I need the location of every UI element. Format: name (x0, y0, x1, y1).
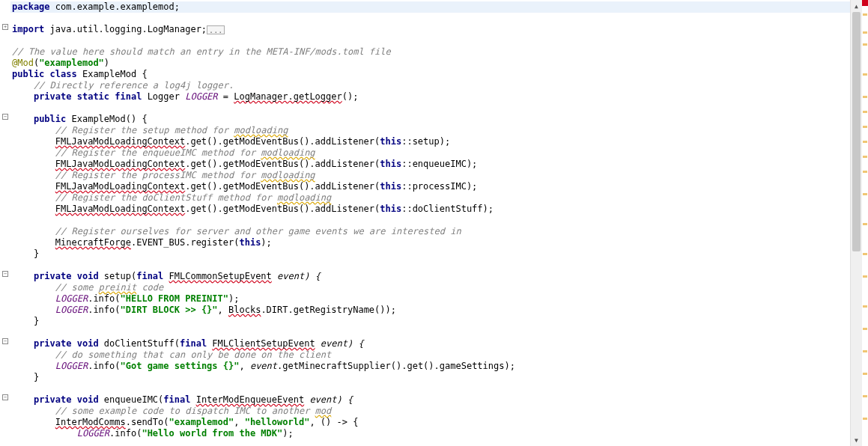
warning-marker[interactable] (863, 328, 867, 330)
code-line: FMLJavaModLoadingContext.get().getModEve… (10, 181, 850, 192)
code-line: FMLJavaModLoadingContext.get().getModEve… (10, 159, 850, 170)
fold-collapse-icon[interactable]: − (2, 271, 8, 277)
warning-marker[interactable] (863, 156, 867, 158)
warning-marker[interactable] (863, 253, 867, 255)
code-line: LOGGER.info("Got game settings {}", even… (10, 361, 850, 372)
error-summary-icon[interactable] (862, 0, 868, 6)
code-line: // Register the doClientStuff method for… (10, 192, 850, 204)
scroll-up-icon[interactable]: ▲ (851, 0, 862, 12)
gutter: + − − − − (0, 0, 10, 446)
code-line: private static final Logger LOGGER = Log… (10, 91, 850, 103)
vertical-scrollbar[interactable]: ▲ ▼ (850, 0, 862, 446)
code-line (10, 215, 850, 226)
code-line: private void doClientStuff(final FMLClie… (10, 338, 850, 349)
code-line: // Register ourselves for server and oth… (10, 226, 850, 237)
scrollbar-thumb[interactable] (852, 12, 861, 251)
code-line: package com.example.examplemod; (10, 1, 850, 13)
warning-marker[interactable] (863, 111, 867, 113)
code-line: MinecraftForge.EVENT_BUS.register(this); (10, 237, 850, 248)
warning-marker[interactable] (863, 418, 867, 420)
code-line: LOGGER.info("Hello world from the MDK"); (10, 428, 850, 439)
warning-marker[interactable] (863, 373, 867, 375)
code-line: // some preinit code (10, 282, 850, 293)
warning-marker[interactable] (863, 350, 867, 352)
fold-collapse-icon[interactable]: − (2, 338, 8, 344)
code-line (10, 13, 850, 24)
code-line: public ExampleMod() { (10, 114, 850, 125)
code-editor: + − − − − package com.example.examplemod… (0, 0, 868, 446)
code-line: FMLJavaModLoadingContext.get().getModEve… (10, 136, 850, 147)
fold-ellipsis-icon[interactable]: ... (207, 25, 225, 34)
code-line (10, 327, 850, 338)
error-stripe[interactable] (862, 0, 868, 446)
warning-marker[interactable] (863, 141, 867, 143)
code-line: LOGGER.info("DIRT BLOCK >> {}", Blocks.D… (10, 305, 850, 316)
code-line: } (10, 248, 850, 260)
code-content[interactable]: package com.example.examplemod; import j… (10, 0, 850, 446)
warning-marker[interactable] (863, 395, 867, 397)
fold-collapse-icon[interactable]: − (2, 114, 8, 120)
code-line: @Mod("examplemod") (10, 58, 850, 69)
warning-marker[interactable] (863, 223, 867, 225)
warning-marker[interactable] (863, 43, 867, 46)
warning-marker[interactable] (863, 305, 867, 308)
code-line: public class ExampleMod { (10, 69, 850, 80)
code-line: // Register the setup method for modload… (10, 125, 850, 136)
fold-collapse-icon[interactable]: − (2, 394, 8, 400)
code-line: // Register the enqueueIMC method for mo… (10, 147, 850, 159)
code-line: // Register the processIMC method for mo… (10, 170, 850, 181)
code-line: LOGGER.info("HELLO FROM PREINIT"); (10, 293, 850, 305)
warning-marker[interactable] (863, 31, 867, 34)
code-line: // The value here should match an entry … (10, 46, 850, 58)
code-line (10, 35, 850, 46)
code-line (10, 383, 850, 394)
code-line: // Directly reference a log4j logger. (10, 80, 850, 91)
warning-marker[interactable] (863, 275, 867, 278)
code-line: private void setup(final FMLCommonSetupE… (10, 271, 850, 282)
code-line: // do something that can only be done on… (10, 349, 850, 361)
code-line: FMLJavaModLoadingContext.get().getModEve… (10, 204, 850, 215)
warning-marker[interactable] (863, 73, 867, 76)
warning-marker[interactable] (863, 13, 867, 16)
warning-marker[interactable] (863, 96, 867, 98)
code-line: } (10, 316, 850, 327)
code-line: // some example code to dispatch IMC to … (10, 406, 850, 417)
code-line: private void enqueueIMC(final InterModEn… (10, 394, 850, 406)
code-line (10, 103, 850, 114)
code-line: InterModComms.sendTo("examplemod", "hell… (10, 417, 850, 428)
code-line (10, 260, 850, 271)
code-line: } (10, 372, 850, 383)
warning-marker[interactable] (863, 126, 867, 128)
scroll-down-icon[interactable]: ▼ (851, 434, 862, 446)
fold-expand-icon[interactable]: + (2, 24, 8, 30)
warning-marker[interactable] (863, 171, 867, 173)
code-line: import java.util.logging.LogManager;... (10, 24, 850, 35)
warning-marker[interactable] (863, 193, 867, 195)
